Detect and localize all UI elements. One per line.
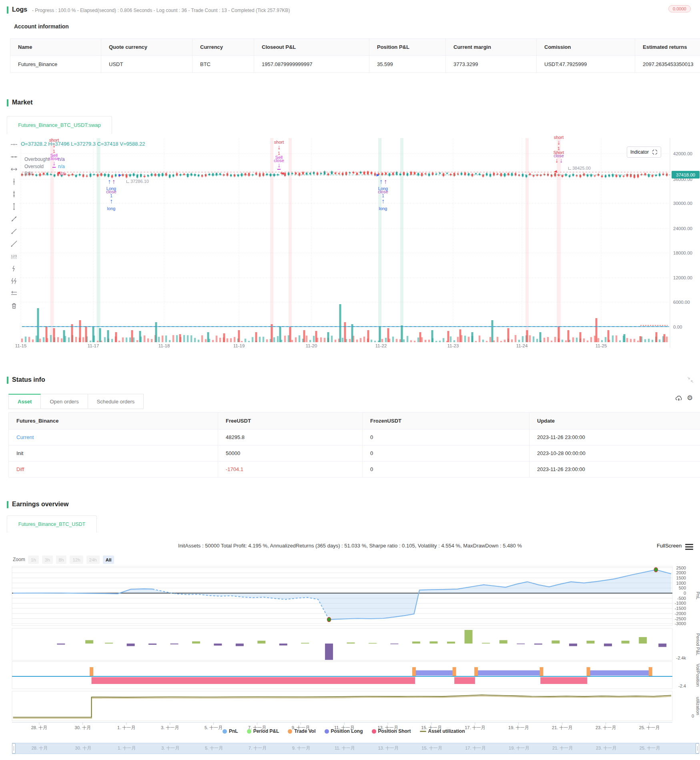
svg-text:-500: -500 — [677, 596, 686, 601]
svg-text:Vol/Position: Vol/Position — [696, 664, 700, 686]
svg-text:25. 十一月: 25. 十一月 — [639, 725, 660, 730]
numbers-123-icon[interactable]: 123 — [10, 253, 18, 260]
collapse-section-icon[interactable] — [687, 376, 694, 383]
svg-text:0.00: 0.00 — [673, 325, 682, 329]
price-tag: 37286.10 — [126, 179, 149, 184]
earnings-tab[interactable]: Futures_Binance_BTC_USDT — [7, 515, 97, 533]
ray-line-icon[interactable] — [10, 240, 18, 247]
svg-text:17. 十一月: 17. 十一月 — [465, 725, 485, 730]
legend-item-trade-vol[interactable]: Trade Vol — [288, 728, 315, 734]
status-col-header: FreeUSDT — [218, 413, 363, 429]
vertical-dots-icon[interactable] — [10, 191, 18, 198]
zoom-button-all[interactable]: All — [103, 555, 114, 564]
status-tab-schedule-orders[interactable]: Schedule orders — [88, 394, 144, 409]
double-flash-icon[interactable] — [10, 277, 18, 285]
market-tab[interactable]: Futures_Binance_BTC_USDT:swap — [7, 116, 112, 134]
trade-marker: ↑ — [112, 178, 115, 185]
zoom-button-8h[interactable]: 8h — [56, 555, 67, 564]
status-tab-asset[interactable]: Asset — [8, 394, 41, 409]
trade-marker: ↓ — [52, 160, 56, 168]
legend-label: PnL — [229, 728, 238, 734]
vertical-line-icon[interactable] — [10, 178, 18, 185]
svg-text:utilization: utilization — [696, 697, 700, 715]
trend-line-icon[interactable] — [10, 215, 18, 223]
svg-text:2000: 2000 — [676, 570, 686, 575]
trade-marker: ↓ — [277, 162, 281, 170]
svg-text:1000: 1000 — [676, 581, 686, 586]
status-cell: 0 — [363, 461, 530, 477]
svg-text:19. 十一月: 19. 十一月 — [508, 725, 529, 730]
status-tab-open-orders[interactable]: Open orders — [41, 394, 88, 409]
legend-item-pnl[interactable]: PnL — [223, 728, 238, 734]
flash-icon[interactable] — [10, 265, 18, 272]
trend-angle-icon[interactable] — [10, 228, 18, 235]
account-cell: 35.599 — [369, 56, 446, 73]
navigator-date-label: 28. 十月 — [32, 745, 48, 751]
backtest-dashboard: { "logs": { "title": "Logs", "summary": … — [0, 0, 700, 760]
status-tabs: AssetOpen ordersSchedule orders — [8, 394, 144, 409]
status-cell[interactable]: Init — [9, 445, 218, 461]
account-cell: USDT:47.7925999 — [537, 56, 635, 73]
status-asset-table: Futures_BinanceFreeUSDTFrozenUSDTUpdateC… — [8, 412, 700, 477]
navigator-date-label: 3. 十一月 — [161, 745, 179, 751]
parallel-lines-icon[interactable] — [10, 290, 18, 297]
cloud-download-icon[interactable] — [675, 395, 683, 403]
zoom-button-1h[interactable]: 1h — [28, 555, 39, 564]
svg-text:Period P&L: Period P&L — [696, 633, 700, 656]
svg-text:11-23: 11-23 — [447, 343, 459, 348]
trash-icon[interactable] — [10, 302, 18, 309]
legend-marker-icon — [420, 731, 426, 732]
legend-marker-icon — [223, 729, 227, 734]
indicator-row-value: n/a — [58, 163, 65, 170]
svg-text:11-24: 11-24 — [516, 343, 528, 348]
svg-text:-2000: -2000 — [675, 611, 686, 616]
legend-item-asset-utilization[interactable]: Asset utilization — [420, 728, 465, 734]
cross-line-icon[interactable] — [10, 141, 18, 148]
svg-text:11-17: 11-17 — [88, 343, 99, 348]
log-counter-badge[interactable]: 0.0000 — [668, 5, 691, 12]
navigator-date-label: 5. 十一月 — [205, 745, 223, 751]
dots-line-icon[interactable] — [10, 153, 18, 160]
svg-text:-1000: -1000 — [675, 601, 686, 606]
svg-text:11-19: 11-19 — [233, 343, 245, 348]
svg-text:123: 123 — [11, 254, 17, 258]
svg-text:-2.4k: -2.4k — [676, 656, 686, 660]
account-cell: USDT — [101, 56, 193, 73]
trade-marker: ↓ — [560, 157, 563, 164]
indicator-button-label: Indicator — [630, 149, 649, 155]
status-cell[interactable]: Diff — [9, 461, 218, 477]
zoom-button-12h[interactable]: 12h — [70, 555, 83, 564]
navigator-left-handle[interactable] — [12, 743, 16, 754]
trade-marker: long — [107, 207, 116, 211]
earnings-title: Earnings overview — [12, 501, 68, 508]
chart-navigator[interactable]: 28. 十月30. 十月1. 十一月3. 十一月5. 十一月7. 十一月9. 十… — [12, 743, 699, 754]
status-cell: 0 — [363, 445, 530, 461]
svg-text:11-25: 11-25 — [596, 343, 607, 348]
legend-marker-icon — [288, 729, 292, 734]
trade-marker: ↓ — [277, 144, 281, 150]
legend-item-position-short[interactable]: Position Short — [372, 728, 411, 734]
navigator-date-label: 15. 十一月 — [421, 745, 442, 751]
status-row: Init5000002023-10-28 00:00:00 — [9, 445, 700, 461]
zoom-button-3h[interactable]: 3h — [42, 555, 53, 564]
navigator-date-label: 19. 十一月 — [509, 745, 529, 751]
zoom-button-24h[interactable]: 24h — [86, 555, 100, 564]
fullscreen-button[interactable]: FullScreen — [657, 543, 682, 549]
arrow-line-icon[interactable] — [10, 166, 18, 173]
account-col-header: Position P&L — [369, 39, 446, 56]
navigator-right-handle[interactable] — [696, 743, 699, 754]
account-info-table: NameQuote currencyCurrencyCloseout P&LPo… — [10, 38, 700, 73]
trade-marker: ↓ — [52, 142, 56, 148]
legend-marker-icon — [372, 729, 376, 734]
svg-text:1500: 1500 — [676, 576, 686, 580]
trade-marker: long — [379, 207, 387, 211]
indicator-button[interactable]: Indicator — [627, 146, 661, 158]
legend-item-period-p&l[interactable]: Period P&L — [247, 728, 279, 734]
gear-icon[interactable]: ⚙ — [687, 394, 693, 402]
status-row: Current48295.802023-11-26 23:00:00 — [9, 429, 700, 445]
vertical-range-icon[interactable] — [10, 203, 18, 210]
trade-marker: ◀ — [554, 170, 557, 173]
legend-item-position-long[interactable]: Position Long — [325, 728, 363, 734]
status-cell[interactable]: Current — [9, 429, 218, 445]
chart-menu-icon[interactable] — [685, 543, 693, 551]
